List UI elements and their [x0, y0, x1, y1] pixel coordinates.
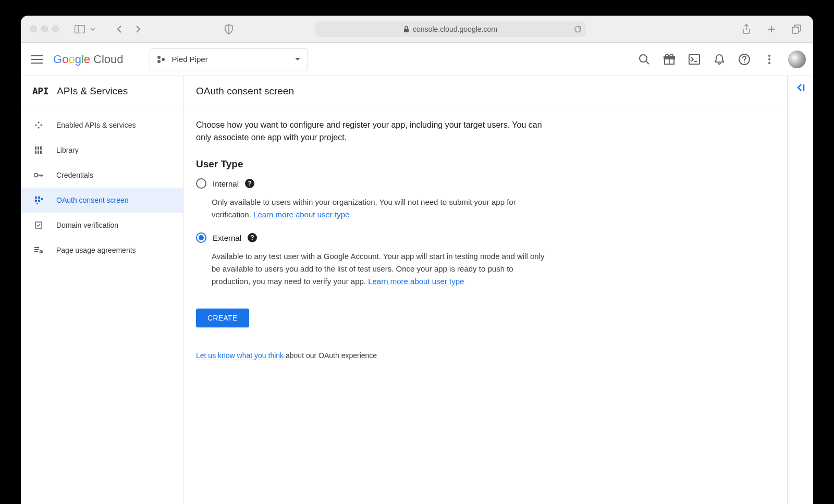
sidebar-item-label: Domain verification — [56, 221, 118, 229]
new-tab-icon[interactable] — [764, 22, 779, 36]
intro-text: Choose how you want to configure and reg… — [196, 119, 546, 144]
api-badge-icon: API — [32, 85, 48, 96]
svg-point-11 — [768, 62, 770, 64]
close-window-icon[interactable] — [30, 26, 37, 32]
sidebar-item-credentials[interactable]: Credentials — [21, 163, 183, 188]
sidebar-toggle-icon[interactable] — [72, 22, 87, 36]
sidebar-item-label: Page usage agreements — [56, 246, 136, 254]
user-type-heading: User Type — [196, 158, 546, 170]
tabs-icon[interactable] — [789, 22, 804, 36]
chevron-down-icon[interactable] — [90, 22, 95, 36]
sidebar-item-domain-verification[interactable]: Domain verification — [21, 213, 183, 238]
sidebar-item-label: Library — [56, 146, 79, 154]
project-picker[interactable]: Pied Piper — [150, 48, 308, 70]
svg-rect-22 — [38, 200, 40, 202]
cloud-header: Google Cloud Pied Piper — [21, 43, 813, 76]
svg-rect-24 — [36, 203, 38, 204]
radio-external-label: External — [213, 233, 241, 242]
svg-rect-7 — [689, 55, 700, 64]
project-name: Pied Piper — [172, 55, 208, 64]
svg-rect-14 — [40, 146, 42, 150]
sidebar-item-label: Credentials — [56, 171, 93, 179]
svg-rect-2 — [404, 29, 409, 32]
more-menu-icon[interactable] — [763, 53, 776, 66]
external-description: Available to any test user with a Google… — [212, 250, 546, 288]
svg-rect-15 — [35, 151, 36, 154]
maximize-window-icon[interactable] — [52, 26, 59, 32]
browser-toolbar: console.cloud.google.com — [21, 16, 813, 43]
project-icon — [157, 56, 165, 63]
svg-point-10 — [768, 58, 770, 60]
content-area: OAuth consent screen Choose how you want… — [183, 76, 787, 504]
user-type-internal-row: Internal ? — [196, 178, 546, 189]
url-text: console.cloud.google.com — [413, 25, 497, 33]
svg-point-9 — [768, 55, 770, 57]
help-icon[interactable] — [738, 53, 751, 66]
learn-more-internal-link[interactable]: Learn more about user type — [253, 210, 349, 219]
svg-rect-12 — [35, 146, 36, 150]
svg-rect-0 — [75, 25, 85, 33]
consent-screen-icon — [33, 196, 44, 204]
feedback-line: Let us know what you think about our OAu… — [196, 351, 546, 360]
svg-rect-23 — [41, 198, 43, 200]
share-icon[interactable] — [739, 22, 754, 36]
google-cloud-logo[interactable]: Google Cloud — [53, 53, 124, 66]
notifications-icon[interactable] — [713, 53, 726, 66]
lock-icon — [403, 26, 409, 33]
search-icon[interactable] — [638, 53, 651, 66]
traffic-lights — [30, 26, 59, 32]
dropdown-arrow-icon — [295, 58, 300, 60]
enabled-apis-icon — [33, 121, 44, 129]
sidebar-item-label: Enabled APIs & services — [56, 121, 136, 129]
radio-internal-label: Internal — [213, 179, 239, 188]
reload-icon[interactable] — [574, 25, 582, 33]
svg-point-18 — [34, 174, 38, 177]
library-icon — [33, 146, 44, 154]
sidebar-item-label: OAuth consent screen — [56, 196, 129, 204]
page-usage-icon — [33, 247, 44, 254]
svg-rect-19 — [35, 196, 37, 199]
user-type-external-row: External ? — [196, 232, 546, 243]
key-icon — [33, 173, 44, 178]
learn-more-external-link[interactable]: Learn more about user type — [368, 277, 464, 286]
forward-button[interactable] — [131, 22, 145, 36]
minimize-window-icon[interactable] — [41, 26, 48, 32]
gift-icon[interactable] — [663, 53, 676, 66]
sidebar-header[interactable]: API APIs & Services — [21, 76, 183, 106]
avatar[interactable] — [788, 51, 806, 68]
cloud-shell-icon[interactable] — [688, 53, 701, 66]
sidebar-item-enabled-apis[interactable]: Enabled APIs & services — [21, 113, 183, 138]
shield-icon[interactable] — [222, 22, 236, 36]
sidebar-item-page-usage[interactable]: Page usage agreements — [21, 238, 183, 263]
svg-rect-20 — [38, 196, 40, 199]
sidebar-item-library[interactable]: Library — [21, 138, 183, 163]
radio-external[interactable] — [196, 232, 206, 243]
svg-point-4 — [640, 55, 647, 62]
back-button[interactable] — [112, 22, 127, 36]
svg-rect-13 — [38, 146, 39, 150]
create-button[interactable]: CREATE — [196, 309, 249, 327]
hamburger-menu-icon[interactable] — [31, 55, 43, 64]
collapse-panel-icon[interactable] — [796, 83, 805, 504]
svg-rect-3 — [792, 27, 799, 33]
help-icon[interactable]: ? — [248, 233, 257, 242]
svg-rect-17 — [40, 151, 42, 154]
sidebar-item-oauth-consent[interactable]: OAuth consent screen — [21, 188, 183, 213]
url-bar[interactable]: console.cloud.google.com — [315, 21, 586, 37]
right-rail — [787, 76, 813, 504]
page-title: OAuth consent screen — [196, 85, 294, 97]
sidebar: API APIs & Services Enabled APIs & servi… — [21, 76, 183, 504]
svg-rect-16 — [38, 151, 39, 154]
sidebar-title: APIs & Services — [57, 85, 128, 97]
internal-description: Only available to users within your orga… — [212, 196, 546, 221]
svg-rect-21 — [35, 200, 37, 202]
check-box-icon — [33, 222, 44, 229]
help-icon[interactable]: ? — [245, 179, 254, 188]
feedback-link[interactable]: Let us know what you think — [196, 351, 284, 360]
radio-internal[interactable] — [196, 178, 206, 189]
